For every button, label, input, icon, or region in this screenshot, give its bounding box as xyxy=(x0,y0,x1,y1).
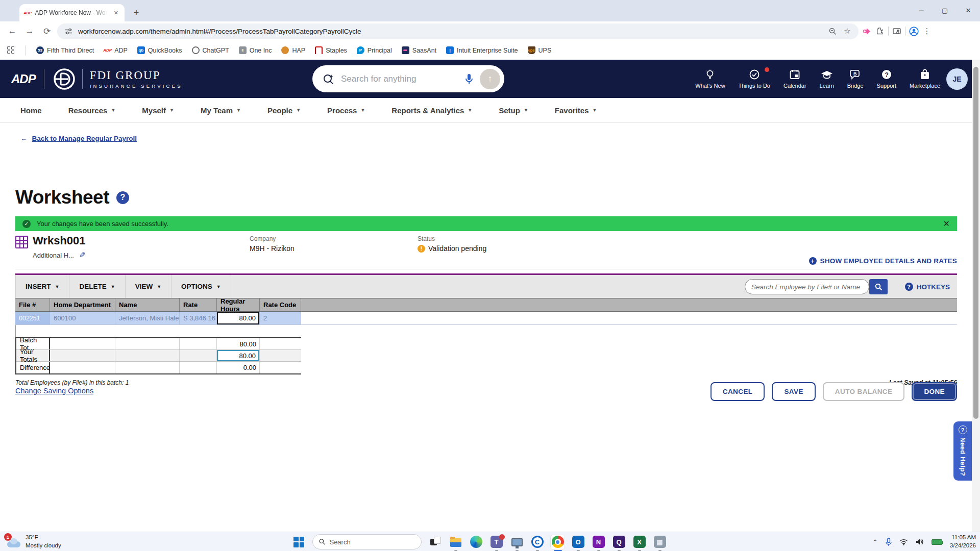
file-explorer-icon[interactable] xyxy=(449,535,462,549)
column-header[interactable]: Name xyxy=(115,298,180,311)
extensions-puzzle-icon[interactable] xyxy=(875,26,885,36)
bookmark-item[interactable]: ADPADP xyxy=(104,46,128,54)
excel-icon[interactable]: X xyxy=(632,535,646,549)
change-saving-options-link[interactable]: Change Saving Options xyxy=(15,387,93,395)
mic-icon[interactable] xyxy=(464,73,474,85)
outlook-icon[interactable]: O xyxy=(571,535,585,549)
cell-home-department[interactable]: 600100 xyxy=(50,312,115,324)
nav-item-my-team[interactable]: My Team▼ xyxy=(201,106,241,115)
profile-icon[interactable] xyxy=(909,26,919,36)
bookmark-item[interactable]: Staples xyxy=(315,46,347,54)
bookmark-item[interactable]: 53Fifth Third Direct xyxy=(36,46,94,54)
show-employee-details-link[interactable]: + SHOW EMPLOYEE DETAILS AND RATES xyxy=(809,257,957,265)
done-button[interactable]: DONE xyxy=(912,382,957,401)
reload-icon[interactable]: ⟳ xyxy=(40,24,54,38)
volume-icon[interactable] xyxy=(916,538,924,545)
bookmark-item[interactable]: qbQuickBooks xyxy=(137,46,182,54)
bookmark-item[interactable]: SaasAnt xyxy=(402,46,436,54)
bookmark-item[interactable]: ‖One Inc xyxy=(239,46,272,54)
window-maximize-button[interactable]: ▢ xyxy=(933,0,957,20)
help-icon[interactable]: ? xyxy=(116,191,129,204)
calendar-button[interactable]: Calendar xyxy=(783,69,806,89)
cell-rate-code[interactable]: 2 xyxy=(260,312,301,324)
column-header[interactable]: Home Department xyxy=(50,298,115,311)
tray-expand-icon[interactable]: ⌃ xyxy=(872,538,878,546)
window-minimize-button[interactable]: ─ xyxy=(910,0,933,20)
site-settings-icon[interactable] xyxy=(63,26,74,36)
nav-item-setup[interactable]: Setup▼ xyxy=(499,106,528,115)
cell-name[interactable]: Jefferson, Misti Hale xyxy=(115,312,180,324)
global-search-input[interactable] xyxy=(341,74,458,84)
wifi-icon[interactable] xyxy=(899,539,908,545)
view-menu-button[interactable]: VIEW▼ xyxy=(126,275,172,298)
tray-mic-icon[interactable] xyxy=(886,538,892,546)
edit-pencil-icon[interactable]: ✎ xyxy=(79,251,86,260)
save-button[interactable]: SAVE xyxy=(772,382,815,401)
start-button[interactable] xyxy=(292,535,306,549)
screen-search-icon[interactable] xyxy=(892,26,902,36)
avatar[interactable]: JE xyxy=(946,68,968,90)
c-app-icon[interactable]: C xyxy=(530,535,544,549)
insert-menu-button[interactable]: INSERT▼ xyxy=(15,275,69,298)
employee-search-field[interactable] xyxy=(745,279,869,294)
remote-desktop-icon[interactable] xyxy=(510,535,524,549)
cell-file-number[interactable]: 002251 xyxy=(15,312,50,324)
back-link[interactable]: ← Back to Manage Regular Payroll xyxy=(20,135,137,142)
url-text[interactable]: workforcenow.adp.com/theme/admin.html#/P… xyxy=(78,28,823,35)
new-tab-button[interactable]: + xyxy=(130,6,143,19)
menu-kebab-icon[interactable]: ⋮ xyxy=(922,26,932,36)
bookmark-item[interactable]: ChatGPT xyxy=(192,46,229,54)
column-header[interactable]: Regular Hours xyxy=(217,298,260,311)
taskbar-weather[interactable]: 1 35°F Mostly cloudy xyxy=(6,534,61,549)
bookmark-item[interactable]: HAP xyxy=(281,46,305,54)
options-menu-button[interactable]: OPTIONS▼ xyxy=(172,275,231,298)
window-close-button[interactable]: ✕ xyxy=(957,0,980,20)
nav-item-reports-analytics[interactable]: Reports & Analytics▼ xyxy=(391,106,472,115)
url-bar[interactable]: workforcenow.adp.com/theme/admin.html#/P… xyxy=(57,23,859,39)
learn-button[interactable]: Learn xyxy=(820,69,834,89)
zoom-icon[interactable] xyxy=(827,26,838,36)
browser-tab[interactable]: ADP ADP Workforce Now - Workshe ✕ xyxy=(19,4,125,21)
bookmark-star-icon[interactable]: ☆ xyxy=(842,26,852,36)
table-row[interactable]: 002251 600100 Jefferson, Misti Hale S 3,… xyxy=(15,312,957,325)
column-header[interactable]: Rate xyxy=(180,298,217,311)
onenote-icon[interactable]: N xyxy=(592,535,605,549)
nav-item-myself[interactable]: Myself▼ xyxy=(142,106,174,115)
edge-icon[interactable] xyxy=(469,535,483,549)
nav-item-process[interactable]: Process▼ xyxy=(327,106,365,115)
column-header[interactable]: File # xyxy=(15,298,50,311)
search-submit-icon[interactable]: ↑ xyxy=(480,69,500,89)
column-header[interactable]: Rate Code xyxy=(260,298,301,311)
taskbar-search[interactable] xyxy=(312,534,422,549)
task-view-icon[interactable] xyxy=(428,535,442,549)
taskbar-search-input[interactable] xyxy=(329,538,415,546)
global-search[interactable]: ↑ xyxy=(312,65,504,92)
nav-item-home[interactable]: Home xyxy=(20,106,42,115)
page-scrollbar[interactable] xyxy=(972,60,980,532)
taskbar-clock[interactable]: 11:05 AM 3/24/2026 xyxy=(950,534,976,549)
back-icon[interactable]: ← xyxy=(5,24,19,38)
teams-icon[interactable]: T xyxy=(489,535,503,549)
things-to-do-button[interactable]: Things to Do xyxy=(739,69,770,89)
employee-search-input[interactable] xyxy=(751,283,863,291)
nav-item-people[interactable]: People▼ xyxy=(267,106,301,115)
cell-rate[interactable]: S 3,846.16 xyxy=(180,312,217,324)
hotkeys-button[interactable]: ? HOTKEYS xyxy=(905,283,950,291)
support-button[interactable]: ? Support xyxy=(877,69,897,89)
cell-regular-hours[interactable]: 80.00 xyxy=(217,312,260,324)
nav-item-favorites[interactable]: Favorites▼ xyxy=(555,106,597,115)
extension-arrow-icon[interactable] xyxy=(862,26,872,36)
marketplace-button[interactable]: Marketplace xyxy=(910,69,940,89)
battery-icon[interactable] xyxy=(932,539,942,545)
cancel-button[interactable]: CANCEL xyxy=(710,382,765,401)
delete-menu-button[interactable]: DELETE▼ xyxy=(69,275,125,298)
calculator-icon[interactable]: ▦ xyxy=(653,535,667,549)
scrollbar-thumb[interactable] xyxy=(973,67,978,419)
chrome-icon[interactable] xyxy=(551,535,565,549)
nav-item-resources[interactable]: Resources▼ xyxy=(68,106,116,115)
quickbooks-tool-icon[interactable]: Q xyxy=(612,535,626,549)
bridge-button[interactable]: B Bridge xyxy=(847,69,864,89)
whats-new-button[interactable]: What's New xyxy=(695,69,725,89)
need-help-tab[interactable]: ? Need Help? xyxy=(953,421,972,481)
bookmark-item[interactable]: upsUPS xyxy=(528,46,552,54)
